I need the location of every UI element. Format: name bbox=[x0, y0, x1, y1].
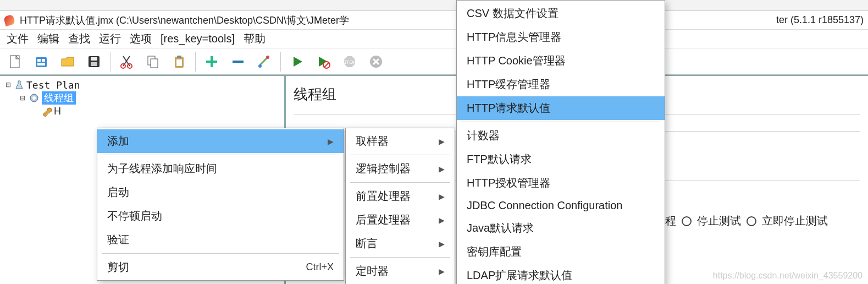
menu-item-label: Java默认请求 bbox=[467, 221, 534, 236]
menu-item-http-cache-manager[interactable]: HTTP缓存管理器 bbox=[457, 73, 665, 96]
svg-rect-6 bbox=[91, 57, 97, 61]
menu-item-timer[interactable]: 定时器▶ bbox=[346, 259, 455, 283]
cut-icon[interactable] bbox=[115, 51, 138, 73]
window-title: HTTP请求默认值.jmx (C:\Users\newantchen\Deskt… bbox=[20, 14, 349, 27]
tree-root-row[interactable]: ⊟ Test Plan bbox=[4, 78, 284, 91]
copy-icon[interactable] bbox=[141, 51, 164, 73]
tree-thread-group-row[interactable]: ⊟ 线程组 bbox=[4, 91, 284, 105]
svg-rect-4 bbox=[37, 63, 45, 65]
menu-item-start[interactable]: 启动 bbox=[97, 181, 344, 204]
menu-item-label: FTP默认请求 bbox=[467, 152, 532, 167]
menu-item-csv-data-set[interactable]: CSV 数据文件设置 bbox=[457, 2, 665, 25]
stop-icon[interactable]: STOP bbox=[338, 51, 361, 73]
svg-point-19 bbox=[258, 64, 262, 68]
menu-divider bbox=[350, 155, 450, 155]
collapse-icon[interactable] bbox=[226, 51, 250, 73]
menu-item-post-processor[interactable]: 后置处理器▶ bbox=[346, 208, 455, 232]
menu-item-http-header-manager[interactable]: HTTP信息头管理器 bbox=[457, 25, 665, 49]
menu-item-jdbc-connection[interactable]: JDBC Connection Configuration bbox=[457, 195, 665, 216]
svg-rect-11 bbox=[151, 59, 158, 68]
menu-item-http-auth-manager[interactable]: HTTP授权管理器 bbox=[457, 171, 665, 195]
menu-divider bbox=[102, 253, 339, 254]
save-icon[interactable] bbox=[82, 51, 106, 73]
new-file-icon[interactable] bbox=[3, 51, 26, 73]
radio-group: 程 停止测试 立即停止测试 bbox=[665, 214, 828, 228]
start-no-pause-icon[interactable] bbox=[312, 51, 335, 73]
chevron-right-icon: ▶ bbox=[439, 137, 445, 146]
tree-child-row[interactable]: H bbox=[4, 105, 284, 118]
menu-item-label: 添加 bbox=[107, 134, 129, 149]
menu-item-pre-processor[interactable]: 前置处理器▶ bbox=[346, 184, 455, 208]
menu-item-logic-controller[interactable]: 逻辑控制器▶ bbox=[346, 157, 455, 181]
menu-divider bbox=[461, 122, 660, 122]
menu-item-sampler[interactable]: 取样器▶ bbox=[346, 129, 455, 153]
menu-run[interactable]: 运行 bbox=[96, 30, 124, 47]
menu-item-label: HTTP Cookie管理器 bbox=[467, 53, 566, 68]
toolbar: STOP bbox=[0, 48, 868, 75]
menu-item-label: 计数器 bbox=[467, 128, 500, 143]
flask-icon bbox=[14, 80, 24, 90]
window-title-right: ter (5.1.1 r1855137) bbox=[776, 14, 864, 26]
radio-stop-test[interactable] bbox=[682, 216, 692, 226]
menu-item-add-think-time[interactable]: 为子线程添加响应时间 bbox=[97, 157, 344, 181]
radio-label-prefix: 程 bbox=[665, 214, 676, 228]
start-icon[interactable] bbox=[285, 51, 308, 73]
svg-rect-7 bbox=[91, 62, 97, 66]
menu-item-label: 密钥库配置 bbox=[467, 244, 522, 259]
chevron-right-icon: ▶ bbox=[439, 165, 445, 173]
menu-options[interactable]: 选项 bbox=[126, 30, 155, 47]
tree-toggle-icon[interactable]: ⊟ bbox=[4, 81, 12, 89]
tree-thread-group-label: 线程组 bbox=[42, 91, 76, 105]
chevron-right-icon: ▶ bbox=[328, 137, 334, 146]
templates-icon[interactable] bbox=[30, 51, 53, 73]
menu-item-validate[interactable]: 验证 bbox=[97, 228, 344, 252]
svg-rect-3 bbox=[42, 59, 45, 62]
svg-rect-2 bbox=[37, 59, 41, 62]
menu-help[interactable]: 帮助 bbox=[240, 30, 269, 47]
context-menu-main: 添加 ▶ 为子线程添加响应时间 启动 不停顿启动 验证 剪切 Ctrl+X bbox=[97, 128, 344, 281]
menu-item-cut[interactable]: 剪切 Ctrl+X bbox=[97, 255, 344, 279]
browser-tabs bbox=[0, 0, 868, 11]
shutdown-icon[interactable] bbox=[364, 51, 388, 73]
menu-item-label: 定时器 bbox=[356, 264, 389, 278]
chevron-right-icon: ▶ bbox=[439, 192, 445, 201]
menu-file[interactable]: 文件 bbox=[3, 30, 32, 47]
wrench-icon bbox=[41, 106, 52, 117]
menu-item-label: 前置处理器 bbox=[356, 189, 411, 204]
menu-item-label: 启动 bbox=[107, 185, 129, 200]
toggle-icon[interactable] bbox=[253, 51, 276, 73]
expand-icon[interactable] bbox=[200, 51, 223, 73]
menu-item-label: 逻辑控制器 bbox=[356, 161, 411, 176]
menu-item-ftp-defaults[interactable]: FTP默认请求 bbox=[457, 148, 665, 171]
menu-item-label: 断言 bbox=[356, 236, 378, 251]
menu-item-keystore-config[interactable]: 密钥库配置 bbox=[457, 240, 665, 264]
paste-icon[interactable] bbox=[168, 51, 191, 73]
menu-item-label: 剪切 bbox=[107, 260, 129, 275]
watermark: https://blog.csdn.net/weixin_43559200 bbox=[713, 271, 863, 281]
tree-child-label: H bbox=[54, 106, 61, 117]
menu-item-counter[interactable]: 计数器 bbox=[457, 124, 665, 148]
svg-text:STOP: STOP bbox=[343, 59, 356, 65]
radio-stop-now[interactable] bbox=[747, 216, 756, 226]
menu-item-start-no-pause[interactable]: 不停顿启动 bbox=[97, 204, 344, 228]
menu-item-label: 为子线程添加响应时间 bbox=[107, 161, 217, 176]
menu-tools[interactable]: [res_key=tools] bbox=[157, 31, 238, 46]
open-icon[interactable] bbox=[56, 51, 79, 73]
menu-item-label: LDAP扩展请求默认值 bbox=[467, 268, 572, 283]
tree-toggle-icon[interactable]: ⊟ bbox=[19, 94, 26, 102]
menu-item-label: CSV 数据文件设置 bbox=[467, 6, 559, 21]
toolbar-separator bbox=[110, 52, 110, 72]
menu-item-label: 不停顿启动 bbox=[107, 209, 162, 223]
menu-search[interactable]: 查找 bbox=[65, 30, 93, 47]
menu-item-assertion[interactable]: 断言▶ bbox=[346, 232, 455, 255]
menu-item-http-request-defaults[interactable]: HTTP请求默认值 bbox=[457, 96, 665, 120]
menu-item-http-cookie-manager[interactable]: HTTP Cookie管理器 bbox=[457, 49, 665, 73]
menu-item-ldap-ext-defaults[interactable]: LDAP扩展请求默认值 bbox=[457, 264, 665, 284]
menu-shortcut: Ctrl+X bbox=[306, 261, 334, 273]
toolbar-separator bbox=[280, 52, 281, 72]
chevron-right-icon: ▶ bbox=[439, 267, 445, 276]
chevron-right-icon: ▶ bbox=[439, 216, 445, 225]
menu-item-add[interactable]: 添加 ▶ bbox=[97, 129, 344, 153]
menu-item-java-defaults[interactable]: Java默认请求 bbox=[457, 216, 665, 240]
menu-edit[interactable]: 编辑 bbox=[34, 30, 63, 47]
